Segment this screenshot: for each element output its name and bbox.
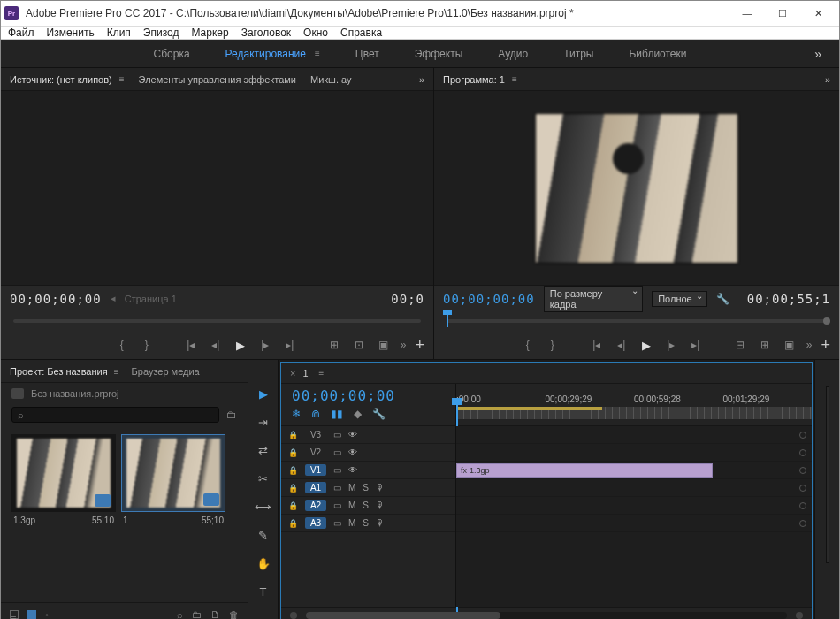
tab-media-browser[interactable]: Браузер медиа [132, 366, 200, 377]
tab-project[interactable]: Проект: Без названия ≡ [10, 366, 119, 377]
track-handle[interactable] [799, 520, 806, 527]
track-select-tool-icon[interactable]: ⇥ [256, 415, 271, 429]
insert-icon[interactable]: ⊞ [326, 339, 342, 351]
ws-effects[interactable]: Эффекты [415, 48, 463, 60]
lock-icon[interactable]: 🔒 [288, 466, 298, 475]
source-monitor[interactable] [1, 91, 433, 285]
ws-assembly[interactable]: Сборка [154, 48, 190, 60]
track-header-v2[interactable]: 🔒V2▭👁 [281, 444, 455, 462]
ripple-tool-icon[interactable]: ⇄ [256, 443, 271, 457]
timeline-timecode[interactable]: 00;00;00;00 [292, 387, 445, 404]
ws-audio[interactable]: Аудио [498, 48, 528, 60]
zoom-dropdown[interactable]: По размеру кадра [544, 286, 643, 312]
lock-icon[interactable]: 🔒 [288, 484, 298, 493]
goto-out-icon[interactable]: ▸| [282, 339, 298, 351]
extract-icon[interactable]: ⊞ [757, 339, 773, 351]
new-item-icon[interactable]: 🗋 [210, 609, 220, 620]
new-bin-icon[interactable]: 🗀 [192, 609, 202, 620]
mic-icon[interactable]: 🎙 [376, 501, 385, 510]
mark-in-icon[interactable]: { [114, 339, 130, 351]
timeline-ruler[interactable]: ;00;00 00;00;29;29 00;00;59;28 00;01;29;… [456, 384, 812, 425]
ws-color[interactable]: Цвет [355, 48, 379, 60]
goto-in-icon[interactable]: |◂ [589, 339, 605, 351]
settings-icon[interactable]: 🔧 [372, 408, 386, 420]
eye-icon[interactable]: 👁 [348, 447, 357, 457]
list-view-icon[interactable]: ≡ [10, 610, 19, 619]
mark-out-icon[interactable]: } [139, 339, 155, 351]
menu-marker[interactable]: Маркер [191, 27, 228, 39]
lock-icon[interactable]: 🔒 [288, 519, 298, 528]
step-back-icon[interactable]: ◂| [208, 339, 224, 351]
tab-program[interactable]: Программа: 1≡ [443, 74, 517, 85]
sequence-tab[interactable]: 1 [302, 368, 308, 378]
marker-icon[interactable]: ◆ [354, 408, 362, 420]
overwrite-icon[interactable]: ⊡ [351, 339, 367, 351]
menu-edit[interactable]: Изменить [47, 27, 95, 39]
lift-icon[interactable]: ⊟ [732, 339, 748, 351]
hamburger-icon[interactable]: ≡ [315, 49, 320, 58]
menu-sequence[interactable]: Эпизод [143, 27, 179, 39]
tab-audio-mixer[interactable]: Микш. ау [310, 74, 352, 85]
mark-out-icon[interactable]: } [545, 339, 561, 351]
icon-view-icon[interactable] [27, 610, 36, 619]
export-frame-icon[interactable]: ▣ [782, 339, 798, 351]
search-input[interactable]: ⌕ [11, 407, 219, 423]
clip-item[interactable]: 1.3gp55;10 [11, 434, 116, 593]
track-header-a3[interactable]: 🔒A3▭MS🎙 [281, 515, 455, 532]
settings-icon[interactable]: 🔧 [716, 293, 729, 305]
panel-overflow-icon[interactable]: » [419, 74, 424, 85]
new-bin-icon[interactable]: 🗀 [226, 409, 237, 421]
menu-help[interactable]: Справка [340, 27, 382, 39]
type-tool-icon[interactable]: T [256, 585, 271, 599]
lock-icon[interactable]: 🔒 [288, 431, 298, 439]
find-icon[interactable]: ⌕ [177, 609, 183, 620]
step-back-icon[interactable]: ◂| [614, 339, 630, 351]
step-fwd-icon[interactable]: |▸ [663, 339, 679, 351]
lock-icon[interactable]: 🔒 [288, 448, 298, 457]
track-header-a1[interactable]: 🔒A1▭MS🎙 [281, 479, 455, 497]
play-icon[interactable]: ▶ [638, 339, 654, 352]
source-timecode-in[interactable]: 00;00;00;00 [10, 292, 102, 306]
track-handle[interactable] [799, 485, 806, 492]
snap-icon[interactable]: ❄ [292, 408, 301, 420]
transport-overflow-icon[interactable]: » [401, 339, 407, 351]
tab-source[interactable]: Источник: (нет клипов)≡ [10, 74, 125, 85]
add-marker-icon[interactable]: ▮▮ [331, 408, 343, 420]
goto-in-icon[interactable]: |◂ [183, 339, 199, 351]
work-area-bar[interactable] [456, 407, 602, 410]
tab-effect-controls[interactable]: Элементы управления эффектами [139, 74, 296, 85]
linked-selection-icon[interactable]: ⋒ [311, 408, 320, 420]
step-fwd-icon[interactable]: |▸ [257, 339, 273, 351]
timeline-scrollbar[interactable] [306, 612, 787, 619]
zoom-in-handle[interactable] [796, 612, 803, 619]
hamburger-icon[interactable]: ≡ [319, 368, 325, 378]
program-monitor[interactable] [434, 91, 839, 285]
menu-file[interactable]: Файл [8, 27, 34, 39]
source-scrubber[interactable] [13, 319, 421, 323]
delete-icon[interactable]: 🗑 [229, 609, 239, 620]
track-handle[interactable] [799, 467, 806, 474]
mark-in-icon[interactable]: { [520, 339, 536, 351]
mic-icon[interactable]: 🎙 [376, 518, 385, 528]
track-handle[interactable] [799, 502, 806, 509]
zoom-out-handle[interactable] [290, 612, 297, 619]
close-button[interactable]: ✕ [800, 1, 836, 26]
pen-tool-icon[interactable]: ✎ [256, 528, 271, 542]
hand-tool-icon[interactable]: ✋ [256, 556, 271, 570]
selection-tool-icon[interactable]: ▶ [256, 386, 271, 401]
timeline-tracks[interactable]: fx1.3gp [456, 426, 812, 607]
export-frame-icon[interactable]: ▣ [376, 339, 392, 351]
eye-icon[interactable]: 👁 [348, 430, 357, 439]
panel-overflow-icon[interactable]: » [825, 74, 830, 85]
ws-titles[interactable]: Титры [563, 48, 593, 60]
clip-item[interactable]: 155;10 [121, 434, 225, 593]
program-scrubber[interactable] [447, 319, 827, 323]
razor-tool-icon[interactable]: ✂ [256, 471, 271, 485]
slip-tool-icon[interactable]: ⟷ [256, 500, 271, 514]
menu-title[interactable]: Заголовок [241, 27, 291, 39]
menu-window[interactable]: Окно [303, 27, 328, 39]
play-icon[interactable]: ▶ [233, 339, 248, 352]
track-header-v1[interactable]: 🔒V1▭👁 [281, 462, 455, 479]
maximize-button[interactable]: ☐ [765, 1, 800, 26]
eye-icon[interactable]: 👁 [348, 465, 357, 475]
